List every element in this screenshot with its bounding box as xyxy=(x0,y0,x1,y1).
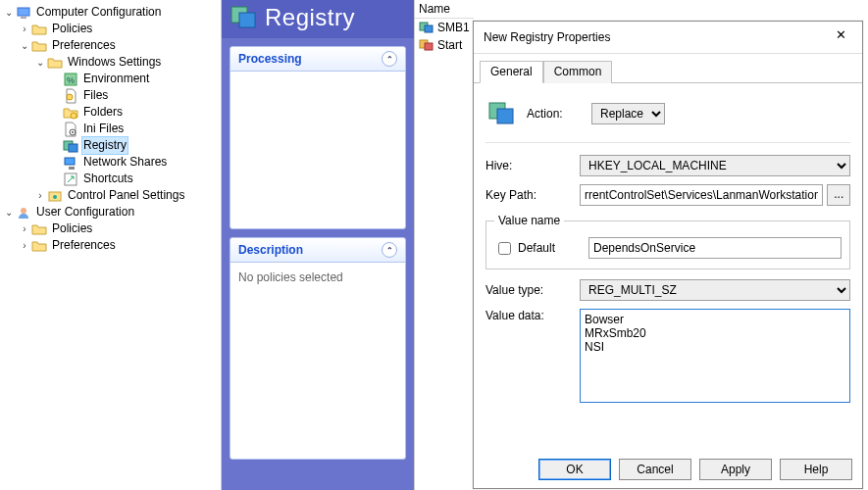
tree-node-preferences[interactable]: ⌄Preferences xyxy=(2,37,219,54)
tree-node-folders[interactable]: Folders xyxy=(2,104,219,121)
registry-icon xyxy=(230,3,259,32)
panel-title: Description xyxy=(238,243,303,257)
svg-rect-11 xyxy=(65,158,75,165)
description-panel: Description⌃ No policies selected xyxy=(230,237,406,460)
svg-rect-10 xyxy=(69,144,77,152)
tree-node-control-panel-settings[interactable]: ›Control Panel Settings xyxy=(2,187,219,204)
tree-label: Windows Settings xyxy=(66,54,163,71)
registry-icon xyxy=(487,99,517,128)
tree-label: User Configuration xyxy=(34,204,136,220)
page-banner: Registry xyxy=(222,0,414,38)
svg-rect-21 xyxy=(425,43,433,50)
hive-select[interactable]: HKEY_LOCAL_MACHINE xyxy=(580,155,850,176)
panel-title: Processing xyxy=(238,52,302,66)
collapse-icon[interactable]: ⌃ xyxy=(382,242,397,258)
control-panel-icon xyxy=(47,188,63,204)
action-select[interactable]: Replace xyxy=(591,103,665,124)
tree-label: Shortcuts xyxy=(81,171,135,187)
folder-icon xyxy=(31,221,47,237)
list-item[interactable]: SMB1 xyxy=(415,19,474,36)
new-registry-properties-dialog: New Registry Properties ✕ General Common… xyxy=(473,21,863,489)
help-button[interactable]: Help xyxy=(780,459,852,480)
close-button[interactable]: ✕ xyxy=(827,27,854,47)
cancel-button[interactable]: Cancel xyxy=(619,459,691,480)
tree-node-ini-files[interactable]: Ini Files xyxy=(2,121,219,137)
tree-label: Environment xyxy=(81,71,151,87)
environment-icon: % xyxy=(63,72,78,87)
tree-label: Computer Configuration xyxy=(34,4,163,21)
dialog-tabs: General Common xyxy=(474,54,862,83)
folder-icon xyxy=(31,22,47,37)
keypath-label: Key Path: xyxy=(485,188,580,202)
tree-node-files[interactable]: Files xyxy=(2,87,219,104)
default-checkbox[interactable] xyxy=(498,242,511,255)
svg-rect-23 xyxy=(497,109,513,123)
tree-label: Policies xyxy=(50,21,94,37)
navigation-tree[interactable]: ⌄Computer Configuration ›Policies ⌄Prefe… xyxy=(0,0,222,490)
apply-button[interactable]: Apply xyxy=(699,459,772,480)
file-icon xyxy=(63,88,78,104)
tree-node-policies[interactable]: ›Policies xyxy=(2,21,219,37)
shortcut-icon xyxy=(63,172,78,187)
valuedata-textarea[interactable] xyxy=(580,309,850,403)
tree-label: Files xyxy=(81,87,110,104)
tree-node-policies-uc[interactable]: ›Policies xyxy=(2,220,219,237)
content-pane: Registry Processing⌃ Description⌃ No pol… xyxy=(222,0,414,490)
tree-label: Policies xyxy=(50,220,94,237)
value-name-input[interactable] xyxy=(588,237,842,259)
svg-text:%: % xyxy=(67,75,75,85)
keypath-input[interactable] xyxy=(580,184,823,206)
default-checkbox-label[interactable]: Default xyxy=(494,239,588,258)
list-item-label: Start xyxy=(437,38,462,52)
ok-button[interactable]: OK xyxy=(538,459,611,480)
svg-point-6 xyxy=(71,113,77,119)
network-share-icon xyxy=(63,155,78,171)
svg-rect-0 xyxy=(18,8,29,16)
folder-icon xyxy=(47,55,63,71)
tree-node-registry[interactable]: Registry xyxy=(2,137,219,154)
registry-item-icon xyxy=(419,20,434,35)
tree-node-computer-configuration[interactable]: ⌄Computer Configuration xyxy=(2,4,219,21)
results-list[interactable]: Name SMB1 Start xyxy=(414,0,474,490)
tree-node-environment[interactable]: %Environment xyxy=(2,71,219,87)
banner-title: Registry xyxy=(265,4,355,31)
computer-icon xyxy=(16,5,31,21)
svg-rect-2 xyxy=(21,17,26,19)
browse-button[interactable]: ... xyxy=(827,184,850,206)
default-label-text: Default xyxy=(518,241,555,255)
dialog-title: New Registry Properties xyxy=(484,30,610,44)
description-body: No policies selected xyxy=(230,263,405,459)
value-name-fieldset: Value name Default xyxy=(485,214,850,270)
folder-icon xyxy=(31,238,47,254)
tree-node-windows-settings[interactable]: ⌄Windows Settings xyxy=(2,54,219,71)
tree-label: Registry xyxy=(81,136,128,155)
tree-node-shortcuts[interactable]: Shortcuts xyxy=(2,171,219,187)
svg-rect-17 xyxy=(239,13,255,27)
hive-label: Hive: xyxy=(485,159,580,172)
tree-node-user-configuration[interactable]: ⌄User Configuration xyxy=(2,204,219,220)
folder-pref-icon xyxy=(63,105,78,121)
action-label: Action: xyxy=(527,107,582,121)
registry-icon xyxy=(63,138,78,154)
column-header-name[interactable]: Name xyxy=(415,0,474,19)
list-item-label: SMB1 xyxy=(437,21,470,34)
valuetype-select[interactable]: REG_MULTI_SZ xyxy=(580,279,850,301)
fieldset-legend: Value name xyxy=(494,214,564,227)
list-item[interactable]: Start xyxy=(415,36,474,54)
tree-node-preferences-uc[interactable]: ›Preferences xyxy=(2,237,219,254)
tree-node-network-shares[interactable]: Network Shares xyxy=(2,154,219,171)
tree-label: Network Shares xyxy=(81,154,169,171)
tab-general[interactable]: General xyxy=(480,61,543,83)
tab-common[interactable]: Common xyxy=(543,61,613,83)
ini-icon xyxy=(63,122,78,137)
svg-rect-19 xyxy=(425,25,433,32)
valuetype-label: Value type: xyxy=(485,283,580,297)
tree-label: Preferences xyxy=(50,237,118,254)
svg-point-15 xyxy=(21,208,26,214)
tree-label: Ini Files xyxy=(81,121,126,137)
user-icon xyxy=(16,205,31,220)
tree-label: Folders xyxy=(81,104,125,121)
collapse-icon[interactable]: ⌃ xyxy=(382,51,397,67)
tree-label: Preferences xyxy=(50,37,118,54)
registry-item-icon xyxy=(419,37,434,53)
